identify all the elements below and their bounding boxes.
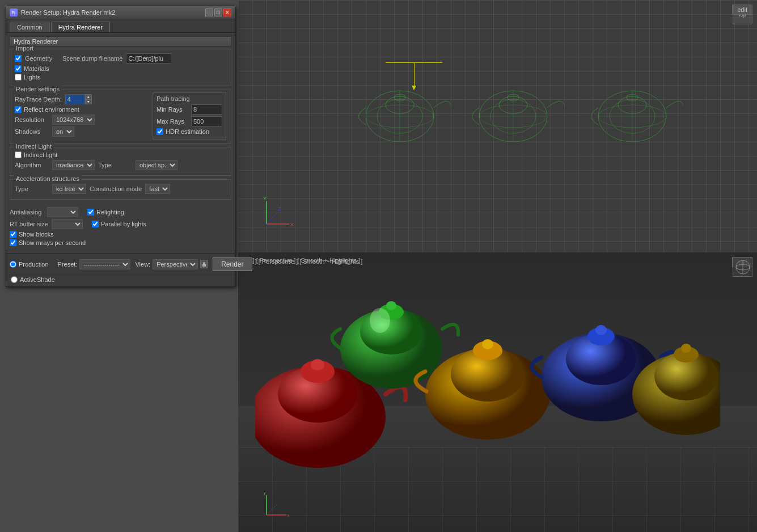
- raytrace-spin-down[interactable]: ▼: [85, 99, 92, 104]
- dialog-tabs: Common Hydra Renderer: [6, 19, 235, 33]
- view-label: View:: [135, 261, 150, 268]
- close-btn[interactable]: ✕: [223, 9, 231, 16]
- path-tracing-label: Path tracing: [157, 95, 222, 102]
- show-blocks-row: Show blocks: [10, 231, 231, 238]
- min-rays-row: Min Rays: [157, 104, 222, 115]
- relighting-checkbox[interactable]: [87, 209, 94, 216]
- relighting-label: Relighting: [96, 209, 124, 216]
- restore-btn[interactable]: □: [214, 9, 222, 16]
- type-label: Type: [98, 162, 132, 168]
- dialog-controls[interactable]: _ □ ✕: [205, 9, 231, 16]
- svg-point-34: [386, 301, 396, 310]
- reflect-env-checkbox[interactable]: [15, 106, 22, 113]
- indirect-light-section: Indirect Light Indirect light Algorithm …: [10, 147, 231, 176]
- show-mrays-row: Show mrays per second: [10, 239, 231, 246]
- render-settings-legend: Render settings: [14, 86, 62, 92]
- scene-dump-input[interactable]: [126, 53, 171, 64]
- rt-buffer-label: RT buffer size: [10, 221, 48, 227]
- render-button[interactable]: Render: [213, 257, 252, 271]
- dialog-title: R Render Setup: Hydra Render mk2: [10, 9, 115, 16]
- raytrace-spin-up[interactable]: ▲: [85, 94, 92, 99]
- resolution-row: Resolution 1024x768: [15, 115, 148, 125]
- activeshade-radio[interactable]: [11, 276, 18, 283]
- acceleration-legend: Acceleration structures: [14, 175, 82, 182]
- resolution-select[interactable]: 1024x768: [52, 115, 95, 125]
- reflect-env-row: Reflect environment: [15, 106, 148, 113]
- activeshade-label: ActiveShade: [20, 276, 55, 283]
- algorithm-label: Algorithm: [15, 162, 49, 168]
- hdr-label: HDR estimation: [166, 128, 209, 135]
- type-select[interactable]: object sp.: [136, 160, 177, 170]
- max-rays-input[interactable]: [191, 116, 222, 126]
- materials-checkbox[interactable]: [15, 65, 22, 72]
- production-radio-row[interactable]: Production: [10, 261, 49, 268]
- relighting-group: Relighting: [87, 207, 124, 217]
- hdr-checkbox[interactable]: [157, 128, 163, 135]
- raytrace-spin-btns[interactable]: ▲ ▼: [85, 94, 92, 104]
- indirect-legend: Indirect Light: [14, 143, 54, 150]
- import-legend: Import: [14, 45, 36, 52]
- tab-common[interactable]: Common: [10, 22, 50, 32]
- svg-text:Y: Y: [263, 492, 267, 496]
- shadows-select[interactable]: on: [52, 126, 74, 137]
- geometry-checkbox[interactable]: [15, 55, 22, 62]
- tab-hydra-renderer[interactable]: Hydra Renderer: [51, 22, 110, 32]
- construction-label: Construction mode: [90, 185, 142, 192]
- viewport-top[interactable]: top: [238, 0, 757, 252]
- dialog-content: Hydra Renderer Import Geometry Scene dum…: [6, 33, 235, 254]
- hdr-row: HDR estimation: [157, 128, 222, 135]
- preset-label: Preset:: [58, 261, 78, 268]
- app-icon: R: [10, 9, 18, 16]
- raytrace-input[interactable]: [65, 94, 85, 104]
- dialog-bottom: Production Preset: -------------------- …: [6, 254, 235, 275]
- shadows-label: Shadows: [15, 128, 49, 135]
- render-settings-section: Render settings RayTrace Depth: ▲ ▼: [10, 90, 231, 143]
- scene-dump-label: Scene dump filename: [62, 55, 122, 62]
- svg-text:Y: Y: [263, 196, 267, 201]
- minimize-btn[interactable]: _: [205, 9, 213, 16]
- antialiasing-select[interactable]: [47, 207, 78, 217]
- svg-point-35: [370, 308, 390, 333]
- raytrace-spinner[interactable]: ▲ ▼: [65, 94, 92, 104]
- nav-cube-bottom[interactable]: [733, 257, 752, 277]
- accel-type-select[interactable]: kd tree: [52, 184, 86, 194]
- indirect-row: Indirect light: [15, 151, 226, 158]
- render-setup-dialog: R Render Setup: Hydra Render mk2 _ □ ✕ C…: [6, 6, 235, 287]
- lights-checkbox[interactable]: [15, 74, 22, 81]
- preset-select[interactable]: --------------------: [79, 259, 130, 269]
- nav-cube-icon: [734, 259, 751, 276]
- svg-line-23: [267, 213, 278, 224]
- shadows-row: Shadows on: [15, 126, 148, 137]
- show-blocks-checkbox[interactable]: [10, 231, 16, 238]
- show-blocks-label: Show blocks: [19, 231, 54, 238]
- production-radio[interactable]: [10, 261, 16, 268]
- dialog-titlebar[interactable]: R Render Setup: Hydra Render mk2 _ □ ✕: [6, 6, 235, 19]
- edit-btn-top[interactable]: edit: [732, 5, 752, 15]
- rendered-teapots: [255, 275, 720, 513]
- show-mrays-checkbox[interactable]: [10, 239, 16, 246]
- render-left: RayTrace Depth: ▲ ▼ Reflect environment: [15, 92, 148, 140]
- parallel-label: Parallel by lights: [101, 221, 146, 227]
- wireframe-teapots: [352, 68, 748, 181]
- min-rays-input[interactable]: [191, 104, 222, 115]
- rt-buffer-row: RT buffer size Parallel by lights: [10, 219, 231, 229]
- misc-section: Antialiasing Relighting RT buffer size: [10, 203, 231, 250]
- view-select[interactable]: Perspective: [153, 259, 198, 269]
- svg-line-50: [267, 505, 277, 515]
- relighting-row: Relighting: [87, 209, 124, 216]
- construction-select[interactable]: fast: [145, 184, 170, 194]
- viewport-bottom[interactable]: X Y edit [ + ] [ Perspective ] [ Smooth …: [238, 252, 757, 532]
- rt-buffer-select[interactable]: [52, 219, 83, 229]
- parallel-checkbox[interactable]: [92, 221, 99, 227]
- view-lock-btn[interactable]: [200, 260, 208, 268]
- show-mrays-label: Show mrays per second: [19, 239, 86, 246]
- materials-row: Materials: [15, 65, 226, 72]
- materials-label: Materials: [24, 65, 49, 72]
- max-rays-row: Max Rays: [157, 116, 222, 126]
- raytrace-label: RayTrace Depth:: [15, 96, 62, 103]
- algorithm-select[interactable]: irradiance: [52, 160, 95, 170]
- indirect-checkbox[interactable]: [15, 151, 22, 158]
- max-rays-label: Max Rays: [157, 118, 188, 125]
- top-vp-label: [ + ] [ Perspective ] [ Smooth + Highlig…: [244, 257, 365, 266]
- activeshade-radio-row[interactable]: ActiveShade: [11, 276, 230, 283]
